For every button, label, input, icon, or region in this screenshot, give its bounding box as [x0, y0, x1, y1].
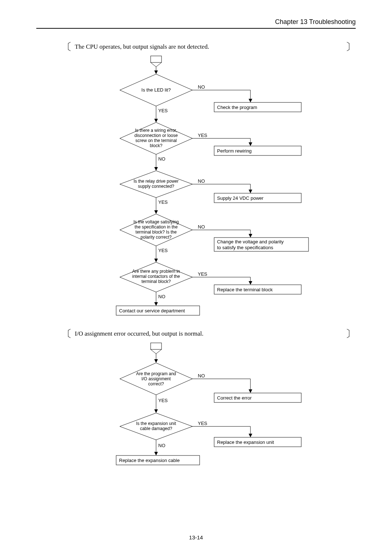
s2-a2: Replace the expansion unit: [217, 439, 274, 445]
svg-marker-27: [249, 234, 252, 238]
flowchart-2: Are the program and I/O assignment corre…: [80, 341, 356, 479]
svg-marker-34: [249, 281, 252, 285]
left-bracket-icon: 〔: [62, 43, 72, 50]
d3-no-label: NO: [198, 178, 205, 184]
d2-l1: Is there a wiring error,: [135, 128, 177, 133]
svg-marker-55: [154, 452, 158, 455]
svg-marker-48: [154, 409, 158, 413]
a5-text: Replace the terminal block: [217, 287, 273, 292]
svg-marker-37: [154, 302, 158, 306]
d5-yes-label: YES: [198, 271, 207, 277]
d4-l3: terminal block? Is the: [135, 230, 177, 235]
d4-l1: Is the voltage satisfying: [134, 219, 179, 224]
s2-d2-no: NO: [158, 443, 166, 448]
d3-yes-label: YES: [158, 199, 168, 205]
d2-no-label: NO: [158, 156, 166, 162]
s2-a1: Correct the error: [217, 395, 252, 401]
d5-l3: terminal block?: [142, 279, 171, 284]
svg-marker-23: [154, 210, 158, 214]
section1-title: The CPU operates, but output signals are…: [75, 43, 346, 50]
s2-d1-no: NO: [198, 373, 205, 378]
a4-l1: Change the voltage and polarity: [217, 239, 284, 244]
d2-l4: block?: [150, 143, 163, 148]
page-header: Chapter 13 Troubleshooting: [36, 18, 356, 29]
svg-marker-13: [249, 142, 252, 146]
section2-title: I/O assignment error occurred, but outpu…: [75, 330, 346, 337]
svg-marker-41: [154, 359, 158, 363]
svg-marker-20: [249, 190, 252, 193]
s2-d2-l2: cable damaged?: [140, 426, 172, 431]
d1-text: Is the LED lit?: [142, 87, 171, 93]
s2-d1-l1: Are the program and: [136, 371, 176, 376]
svg-marker-16: [154, 167, 158, 171]
a1-text: Check the program: [217, 105, 257, 110]
d5-l2: internal contactors of the: [132, 274, 180, 279]
svg-marker-6: [249, 99, 252, 102]
svg-marker-30: [154, 259, 158, 262]
d1-yes-label: YES: [158, 108, 168, 113]
svg-marker-45: [249, 389, 252, 393]
svg-rect-0: [151, 56, 162, 62]
d3-l1: Is the relay drive power: [134, 179, 179, 184]
s2-d1-yes: YES: [158, 398, 168, 403]
d3-l2: supply connected?: [138, 184, 174, 189]
a4-l2: to satisfy the specifications: [217, 245, 273, 250]
d4-yes-label: YES: [158, 248, 168, 253]
d4-l2: the specification in the: [135, 224, 178, 230]
a3-text: Supply 24 VDC power: [217, 195, 264, 201]
section1-title-row: 〔 The CPU operates, but output signals a…: [62, 43, 356, 50]
svg-marker-2: [154, 70, 158, 74]
a2-text: Perform rewiring: [217, 148, 252, 154]
d1-no-label: NO: [198, 84, 205, 90]
right-bracket-icon-2: 〕: [346, 330, 356, 337]
d5-l1: Are there any problem in: [132, 269, 180, 274]
flowchart-1: Is the LED lit? NO Check the program YES…: [80, 54, 356, 323]
left-bracket-icon-2: 〔: [62, 330, 72, 337]
s2-d2-l1: Is the expansion unit: [136, 421, 176, 426]
d4-l4: polarity correct?: [140, 235, 172, 240]
s2-d1-l3: correct?: [148, 381, 164, 386]
right-bracket-icon: 〕: [346, 43, 356, 50]
s2-d2-yes: YES: [198, 421, 207, 426]
section2-title-row: 〔 I/O assignment error occurred, but out…: [62, 330, 356, 337]
d4-no-label: NO: [198, 224, 205, 230]
s2-d1-l2: I/O assignment: [142, 376, 171, 381]
d2-yes-label: YES: [198, 133, 207, 138]
page-number: 13-14: [0, 534, 392, 540]
s2-a3: Replace the expansion cable: [119, 458, 180, 463]
svg-marker-9: [154, 119, 158, 122]
d2-l3: screw on the terminal: [135, 138, 177, 143]
d5-no-label: NO: [158, 294, 166, 299]
d2-l2: disconnection or loose: [134, 133, 178, 138]
a6-text: Contact our service department: [119, 308, 185, 313]
svg-rect-39: [151, 343, 162, 349]
svg-marker-52: [249, 434, 252, 437]
